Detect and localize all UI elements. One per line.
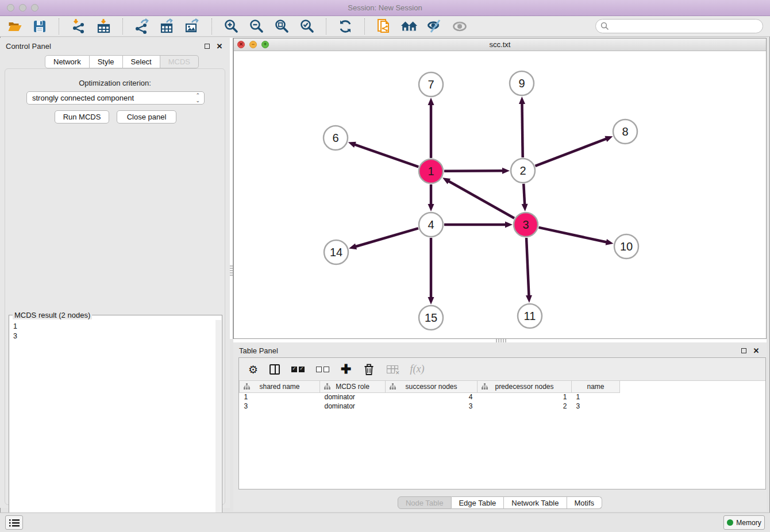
mcds-panel: Optimization criterion: strongly connect… <box>5 68 225 505</box>
cell-successor-nodes[interactable]: 4 <box>386 392 478 402</box>
result-scrollbar[interactable] <box>215 320 221 532</box>
cell-name[interactable]: 3 <box>572 402 620 411</box>
cell-name[interactable]: 1 <box>572 392 620 402</box>
column-header-shared-name[interactable]: shared name <box>240 381 320 392</box>
table-row[interactable]: 1 dominator 4 1 1 <box>240 392 620 402</box>
graph-edge-arrowhead <box>505 222 513 228</box>
delete-table-icon <box>387 363 398 376</box>
tab-select[interactable]: Select <box>123 55 160 68</box>
graph-node-label: 11 <box>524 310 536 322</box>
cell-shared-name[interactable]: 1 <box>240 392 320 402</box>
table-header-row: shared name MCDS role successor nodes pr… <box>240 381 620 392</box>
import-table-icon[interactable] <box>95 18 112 35</box>
graph-edge-3-11[interactable] <box>526 238 529 296</box>
zoom-in-icon[interactable] <box>222 18 240 35</box>
mcds-result-title: MCDS result (2 nodes) <box>13 311 92 319</box>
zoom-out-icon[interactable] <box>248 18 265 35</box>
run-mcds-button[interactable]: Run MCDS <box>55 110 109 124</box>
search-input[interactable] <box>612 21 763 32</box>
table-row[interactable]: 3 dominator 3 2 3 <box>240 402 620 411</box>
graph-edge-1-2[interactable] <box>444 171 503 171</box>
table-panel-title: Table Panel <box>239 346 736 355</box>
trash-icon[interactable] <box>363 363 375 376</box>
show-graphics-icon <box>451 18 468 35</box>
memory-button[interactable]: Memory <box>723 515 765 530</box>
graph-edge-3-1[interactable] <box>448 181 514 218</box>
column-header-successor-nodes[interactable]: successor nodes <box>386 381 478 392</box>
maximize-icon[interactable] <box>31 4 38 11</box>
zoom-fit-icon[interactable] <box>273 18 290 35</box>
home-icon[interactable] <box>401 18 418 35</box>
tab-network[interactable]: Network <box>45 55 90 68</box>
graph-edge-2-3[interactable] <box>523 184 525 205</box>
import-network-icon[interactable] <box>70 18 87 35</box>
cell-mcds-role[interactable]: dominator <box>320 402 386 411</box>
graph-edge-arrowhead <box>522 204 528 211</box>
minimize-icon[interactable] <box>19 4 26 11</box>
result-line: 1 <box>13 322 215 331</box>
mcds-result-textarea[interactable]: 1 3 <box>10 320 215 532</box>
task-history-button[interactable] <box>5 515 23 530</box>
float-panel-icon[interactable] <box>202 41 211 51</box>
memory-status-icon <box>727 519 733 526</box>
cell-predecessor-nodes[interactable]: 1 <box>478 392 572 402</box>
column-header-predecessor-nodes[interactable]: predecessor nodes <box>478 381 572 392</box>
graph-edge-2-9[interactable] <box>522 103 522 157</box>
close-panel-icon[interactable]: ✕ <box>752 346 761 355</box>
minimize-icon[interactable]: − <box>249 41 257 48</box>
tab-node-table[interactable]: Node Table <box>398 496 452 509</box>
open-session-icon[interactable] <box>6 18 23 35</box>
graph-edge-4-14[interactable] <box>355 228 418 246</box>
network-graph[interactable]: 7968124314101511 <box>234 51 766 338</box>
export-table-icon[interactable] <box>159 18 176 35</box>
clone-network-icon[interactable] <box>375 18 392 35</box>
cell-predecessor-nodes[interactable]: 2 <box>478 402 572 411</box>
tab-edge-table[interactable]: Edge Table <box>451 496 504 509</box>
cell-mcds-role[interactable]: dominator <box>320 392 386 402</box>
deselect-all-columns-icon[interactable] <box>316 363 329 376</box>
graph-node-label: 2 <box>519 164 526 177</box>
hide-graphics-icon[interactable] <box>426 18 443 35</box>
maximize-icon[interactable]: + <box>261 41 269 48</box>
export-network-icon[interactable] <box>133 18 151 35</box>
tab-motifs[interactable]: Motifs <box>567 496 602 509</box>
close-icon[interactable]: ✕ <box>237 41 245 48</box>
refresh-icon[interactable] <box>337 18 354 35</box>
cell-shared-name[interactable]: 3 <box>240 402 320 411</box>
graph-node-label: 14 <box>330 246 342 259</box>
network-window-titlebar[interactable]: ✕ − + scc.txt <box>234 38 766 51</box>
save-session-icon[interactable] <box>31 18 48 35</box>
graph-edge-arrowhead <box>428 297 434 304</box>
close-icon[interactable] <box>7 4 14 11</box>
tab-style[interactable]: Style <box>90 55 123 68</box>
optimization-criterion-select[interactable]: strongly connected component ⌃⌄ <box>26 91 205 105</box>
window-traffic-lights <box>7 4 38 11</box>
close-panel-button[interactable]: Close panel <box>117 110 176 124</box>
control-panel-tabs: Network Style Select MCDS <box>45 55 199 68</box>
tab-mcds[interactable]: MCDS <box>160 55 199 68</box>
network-canvas[interactable]: 7968124314101511 <box>234 51 766 338</box>
column-header-name[interactable]: name <box>572 381 620 392</box>
function-builder-icon: f(x) <box>410 363 424 376</box>
close-panel-icon[interactable]: ✕ <box>215 41 224 51</box>
select-all-columns-icon[interactable] <box>291 363 305 376</box>
graph-edge-3-10[interactable] <box>538 228 607 242</box>
float-panel-icon[interactable] <box>739 346 748 355</box>
settings-icon[interactable]: ⚙ <box>248 363 258 376</box>
table-panel: Table Panel ✕ ⚙ ✚ f(x) shared name MCDS … <box>233 342 767 511</box>
node-table: shared name MCDS role successor nodes pr… <box>239 381 620 411</box>
tab-network-table[interactable]: Network Table <box>504 496 567 509</box>
graph-edge-1-6[interactable] <box>354 144 418 167</box>
chevron-updown-icon: ⌃⌄ <box>195 93 200 103</box>
cell-successor-nodes[interactable]: 3 <box>386 402 478 411</box>
zoom-selected-icon[interactable] <box>298 18 315 35</box>
export-image-icon[interactable] <box>184 18 201 35</box>
column-header-mcds-role[interactable]: MCDS role <box>320 381 386 392</box>
graph-node-label: 6 <box>332 132 338 144</box>
add-icon[interactable]: ✚ <box>341 363 351 376</box>
graph-edge-arrowhead <box>349 244 357 250</box>
mcds-result-group: MCDS result (2 nodes) 1 3 <box>9 315 222 532</box>
graph-edge-2-8[interactable] <box>535 138 607 166</box>
network-window: ✕ − + scc.txt 7968124314101511 <box>233 38 767 339</box>
show-columns-icon[interactable] <box>270 363 280 376</box>
